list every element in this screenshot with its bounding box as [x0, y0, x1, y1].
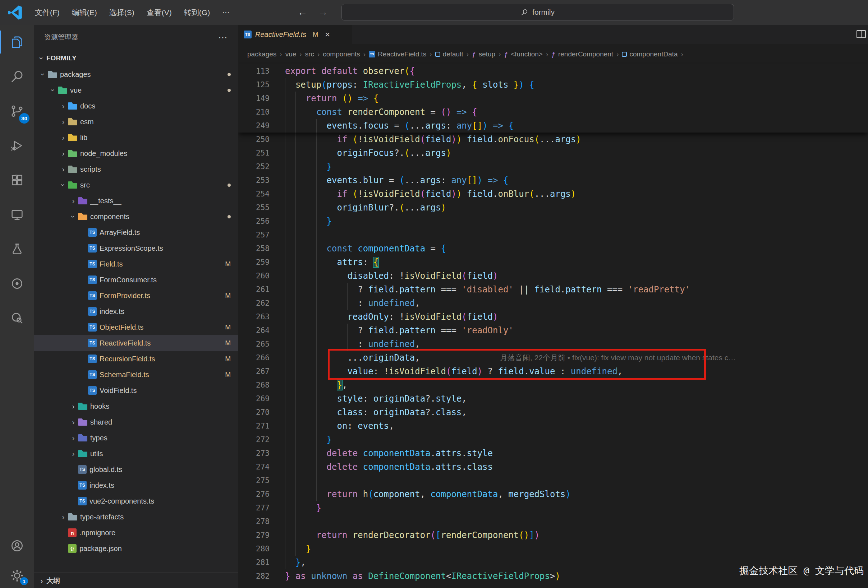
tree-item-index.ts[interactable]: TSindex.ts	[34, 477, 238, 493]
line-number[interactable]: 256	[238, 214, 270, 228]
line-number[interactable]: 255	[238, 201, 270, 214]
line-number[interactable]: 269	[238, 392, 270, 405]
code-line-250[interactable]: 250 if (!isVoidField(field)) field.onFoc…	[238, 133, 868, 146]
code-line-113[interactable]: 113export default observer({	[238, 64, 868, 78]
menu-item-2[interactable]: 选择(S)	[103, 0, 140, 25]
breadcrumb-item-default[interactable]: default	[435, 50, 463, 58]
outline-section-header[interactable]: › 大纲	[34, 573, 238, 588]
code-line-251[interactable]: 251 originFocus?.(...args)	[238, 146, 868, 160]
line-number[interactable]: 259	[238, 255, 270, 269]
extensions-activity-button[interactable]	[0, 163, 34, 197]
tree-item-package.json[interactable]: {}package.json	[34, 541, 238, 556]
tree-item-shared[interactable]: ›shared	[34, 414, 238, 430]
line-number[interactable]: 270	[238, 405, 270, 419]
menu-item-3[interactable]: 查看(V)	[140, 0, 178, 25]
line-number[interactable]: 261	[238, 283, 270, 296]
line-number[interactable]: 267	[238, 365, 270, 378]
line-number[interactable]: 264	[238, 324, 270, 337]
tree-item-ObjectField.ts[interactable]: TSObjectField.tsM	[34, 319, 238, 335]
tree-item-index.ts[interactable]: TSindex.ts	[34, 304, 238, 319]
line-number[interactable]: 266	[238, 351, 270, 365]
run-debug-activity-button[interactable]	[0, 128, 34, 163]
split-editor-icon[interactable]	[856, 30, 866, 38]
tree-item-VoidField.ts[interactable]: TSVoidField.ts	[34, 383, 238, 398]
line-number[interactable]: 254	[238, 187, 270, 201]
menu-item-1[interactable]: 编辑(E)	[66, 0, 103, 25]
tree-item-esm[interactable]: ›esm	[34, 114, 238, 130]
tree-item-type-artefacts[interactable]: ›type-artefacts	[34, 509, 238, 525]
line-number[interactable]: 271	[238, 419, 270, 433]
menu-item-0[interactable]: 文件(F)	[29, 0, 66, 25]
code-line-274[interactable]: 274 delete componentData.attrs.class	[238, 460, 868, 474]
code-line-254[interactable]: 254 if (!isVoidField(field)) field.onBlu…	[238, 187, 868, 201]
line-number[interactable]: 279	[238, 528, 270, 542]
code-line-266[interactable]: 266 ...originData,月落音阑, 22个月前 • fix(vue)…	[238, 351, 868, 365]
line-number[interactable]: 278	[238, 515, 270, 528]
line-number[interactable]: 210	[238, 105, 270, 119]
tree-item-docs[interactable]: ›docs	[34, 98, 238, 114]
tab-close-icon[interactable]: ✕	[325, 31, 330, 39]
breadcrumb-item-components[interactable]: components	[323, 50, 360, 58]
nav-back-button[interactable]: ←	[298, 7, 307, 18]
command-center-search[interactable]: formily	[341, 4, 734, 21]
tree-item-vue2-components.ts[interactable]: TSvue2-components.ts	[34, 493, 238, 509]
tree-item-vue[interactable]: ›vue	[34, 82, 238, 98]
line-number[interactable]: 149	[238, 91, 270, 105]
menu-item-4[interactable]: 转到(G)	[178, 0, 216, 25]
line-number[interactable]: 282	[238, 569, 270, 583]
tree-item-SchemaField.ts[interactable]: TSSchemaField.tsM	[34, 367, 238, 383]
workspace-section-header[interactable]: › FORMILY	[34, 50, 238, 66]
breadcrumb-item-src[interactable]: src	[305, 50, 314, 58]
line-number[interactable]: 113	[238, 64, 270, 78]
line-number[interactable]: 273	[238, 447, 270, 460]
line-number[interactable]: 253	[238, 174, 270, 187]
line-number[interactable]: 281	[238, 556, 270, 569]
code-line-149[interactable]: 149 return () => {	[238, 91, 868, 105]
line-number[interactable]: 250	[238, 133, 270, 146]
line-number[interactable]: 263	[238, 310, 270, 324]
code-line-257[interactable]: 257	[238, 228, 868, 242]
explorer-more-actions-icon[interactable]: ⋯	[218, 32, 228, 43]
code-line-272[interactable]: 272 }	[238, 433, 868, 447]
line-number[interactable]: 257	[238, 228, 270, 242]
code-line-278[interactable]: 278	[238, 515, 868, 528]
code-line-256[interactable]: 256 }	[238, 214, 868, 228]
code-line-258[interactable]: 258 const componentData = {	[238, 242, 868, 255]
breadcrumb-item-ReactiveFieldts[interactable]: TSReactiveField.ts	[369, 50, 426, 58]
tree-item-components[interactable]: ›components	[34, 209, 238, 224]
code-line-275[interactable]: 275	[238, 474, 868, 488]
code-line-260[interactable]: 260 disabled: !isVoidField(field)	[238, 269, 868, 283]
breadcrumb-item-vue[interactable]: vue	[285, 50, 297, 58]
tree-item-lib[interactable]: ›lib	[34, 130, 238, 146]
breadcrumb-item-setup[interactable]: ƒsetup	[472, 50, 495, 58]
line-number[interactable]: 275	[238, 474, 270, 488]
tree-item-FormProvider.ts[interactable]: TSFormProvider.tsM	[34, 288, 238, 304]
source-control-activity-button[interactable]: 30	[0, 94, 34, 128]
tree-item-RecursionField.ts[interactable]: TSRecursionField.tsM	[34, 351, 238, 367]
tree-item-global.d.ts[interactable]: TSglobal.d.ts	[34, 461, 238, 477]
code-line-279[interactable]: 279 return renderDecorator([renderCompon…	[238, 528, 868, 542]
line-number[interactable]: 272	[238, 433, 270, 447]
tree-item-FormConsumer.ts[interactable]: TSFormConsumer.ts	[34, 272, 238, 288]
search-activity-button[interactable]	[0, 59, 34, 94]
line-number[interactable]: 276	[238, 488, 270, 501]
code-line-280[interactable]: 280 }	[238, 542, 868, 556]
code-line-276[interactable]: 276 return h(component, componentData, m…	[238, 488, 868, 501]
tree-item-scripts[interactable]: ›scripts	[34, 161, 238, 177]
code-line-277[interactable]: 277 }	[238, 501, 868, 515]
testing-activity-button[interactable]	[0, 232, 34, 266]
tree-item-ArrayField.ts[interactable]: TSArrayField.ts	[34, 224, 238, 240]
code-line-270[interactable]: 270 class: originData?.class,	[238, 405, 868, 419]
line-number[interactable]: 249	[238, 119, 270, 133]
code-line-265[interactable]: 265 : undefined,	[238, 337, 868, 351]
line-number[interactable]: 260	[238, 269, 270, 283]
line-number[interactable]: 280	[238, 542, 270, 556]
tree-item-types[interactable]: ›types	[34, 430, 238, 446]
code-line-267[interactable]: 267 value: !isVoidField(field) ? field.v…	[238, 365, 868, 378]
code-line-125[interactable]: 125 setup(props: IReactiveFieldProps, { …	[238, 78, 868, 91]
breadcrumb-item-componentData[interactable]: componentData	[622, 50, 678, 58]
code-line-263[interactable]: 263 readOnly: !isVoidField(field)	[238, 310, 868, 324]
code-line-269[interactable]: 269 style: originData?.style,	[238, 392, 868, 405]
nav-forward-button[interactable]: →	[318, 7, 328, 18]
tree-item-hooks[interactable]: ›hooks	[34, 398, 238, 414]
